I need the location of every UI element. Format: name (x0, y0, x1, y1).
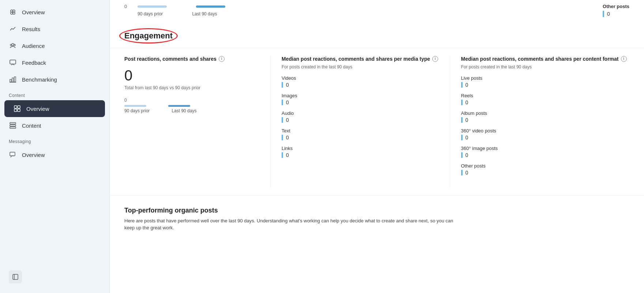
svg-rect-16 (10, 123, 16, 124)
sidebar-item-content-overview[interactable]: Overview (4, 100, 105, 117)
right-panel-top: Other posts 0 (603, 4, 629, 17)
other-posts-top-bar (603, 11, 604, 17)
svg-point-6 (14, 44, 15, 46)
engagement-three-col: Post reactions, comments and shares i 0 … (110, 48, 644, 188)
svg-rect-19 (10, 152, 15, 156)
sidebar-item-audience[interactable]: Audience (0, 37, 109, 54)
metric-reels-label: Reels (461, 93, 630, 98)
metric-360-image-posts: 360° image posts 0 (461, 146, 630, 158)
content-section-label: Content (0, 88, 109, 100)
col3-info-icon[interactable]: i (621, 56, 627, 62)
col2-info-icon[interactable]: i (432, 56, 438, 62)
mini-chart-axis: 0 (124, 98, 259, 103)
sidebar-item-feedback[interactable]: Feedback (0, 54, 109, 71)
audience-icon (9, 42, 17, 50)
metric-reels-bar (461, 99, 463, 105)
metric-live-posts-label: Live posts (461, 75, 630, 81)
svg-point-3 (13, 12, 15, 14)
svg-point-2 (11, 12, 13, 14)
mini-bar-prior (124, 105, 146, 107)
metric-audio-value: 0 (286, 117, 289, 123)
sidebar-item-audience-label: Audience (22, 43, 45, 49)
svg-point-4 (12, 44, 14, 46)
metric-360-image-posts-bar (461, 152, 463, 158)
top-axis-value: 0 (124, 4, 132, 9)
top-bar-recent (196, 5, 225, 8)
content-icon (9, 121, 17, 129)
top-bar-recent-label: Last 90 days (192, 11, 217, 16)
metric-album-posts-bar (461, 117, 463, 123)
mini-chart-recent-label: Last 90 days (172, 108, 196, 113)
metric-album-posts: Album posts 0 (461, 110, 630, 123)
metric-360-video-posts-value: 0 (466, 135, 468, 140)
sidebar-item-content[interactable]: Content (0, 117, 109, 134)
metric-audio-bar (282, 117, 283, 123)
col1-title: Post reactions, comments and shares i (124, 56, 259, 63)
metric-images-bar (282, 99, 283, 105)
engagement-col1: Post reactions, comments and shares i 0 … (124, 56, 271, 188)
metric-videos-label: Videos (282, 75, 439, 81)
metric-other-posts-col3-value: 0 (466, 170, 468, 176)
metric-live-posts: Live posts 0 (461, 75, 630, 88)
mini-chart-prior-label: 90 days prior (124, 108, 150, 113)
svg-rect-17 (10, 125, 16, 126)
metric-links-bar (282, 152, 283, 158)
metric-text-value: 0 (286, 135, 289, 140)
overview-icon (9, 8, 17, 16)
metric-other-posts-col3-label: Other posts (461, 163, 630, 169)
sidebar: Overview Results Audience Feedba (0, 0, 110, 293)
svg-point-1 (13, 10, 15, 12)
svg-rect-10 (14, 77, 16, 82)
messaging-overview-icon (9, 151, 17, 159)
sidebar-item-benchmarking-label: Benchmarking (22, 76, 57, 83)
metric-images-value: 0 (286, 99, 289, 105)
sidebar-item-results-label: Results (22, 26, 40, 32)
metric-text-bar (282, 135, 283, 140)
metric-360-image-posts-label: 360° image posts (461, 146, 630, 151)
svg-rect-8 (10, 79, 11, 82)
col3-metrics: Live posts 0 Reels 0 Album posts (461, 75, 630, 176)
results-icon (9, 25, 17, 33)
sidebar-item-content-overview-label: Overview (26, 106, 49, 112)
top-posts-description: Here are posts that have performed well … (124, 217, 453, 232)
metric-reels-value: 0 (466, 99, 468, 105)
main-content: 0 90 days prior Last 90 days Other posts… (110, 0, 644, 293)
top-performing-posts-section: Top-performing organic posts Here are po… (110, 195, 644, 232)
col1-info-icon[interactable]: i (219, 56, 225, 62)
metric-live-posts-value: 0 (466, 82, 468, 88)
col2-title: Median post reactions, comments and shar… (282, 56, 439, 63)
metric-links-value: 0 (286, 152, 289, 158)
svg-point-0 (11, 10, 13, 12)
svg-rect-12 (14, 106, 17, 108)
metric-360-video-posts: 360° video posts 0 (461, 128, 630, 140)
sidebar-item-benchmarking[interactable]: Benchmarking (0, 71, 109, 88)
sidebar-item-messaging-overview[interactable]: Overview (0, 146, 109, 163)
metric-360-image-posts-value: 0 (466, 152, 468, 158)
metric-links: Links 0 (282, 146, 439, 158)
sidebar-item-results[interactable]: Results (0, 20, 109, 37)
svg-rect-9 (12, 78, 14, 82)
sidebar-bottom (0, 264, 109, 289)
metric-images: Images 0 (282, 93, 439, 105)
sidebar-item-content-label: Content (22, 123, 41, 129)
collapse-sidebar-button[interactable] (9, 270, 22, 283)
metric-live-posts-bar (461, 82, 463, 88)
sidebar-item-messaging-overview-label: Overview (22, 152, 45, 158)
metric-audio-label: Audio (282, 110, 439, 116)
engagement-col2: Median post reactions, comments and shar… (271, 56, 450, 188)
metric-360-video-posts-bar (461, 135, 463, 140)
sidebar-item-overview[interactable]: Overview (0, 4, 109, 20)
svg-rect-18 (10, 127, 16, 128)
engagement-section-header: Engagement (110, 22, 644, 41)
other-posts-top-label: Other posts (603, 4, 629, 9)
metric-videos-value: 0 (286, 82, 289, 88)
engagement-col3: Median post reactions, comments and shar… (450, 56, 630, 188)
engagement-mini-chart: 0 90 days prior Last 90 days (124, 98, 259, 113)
benchmarking-icon (9, 75, 17, 83)
metric-text-label: Text (282, 128, 439, 134)
mini-bar-recent (168, 105, 190, 107)
top-bar-prior-label: 90 days prior (138, 11, 163, 16)
svg-rect-20 (13, 274, 18, 279)
metric-images-label: Images (282, 93, 439, 98)
metric-other-posts-col3-bar (461, 170, 463, 176)
